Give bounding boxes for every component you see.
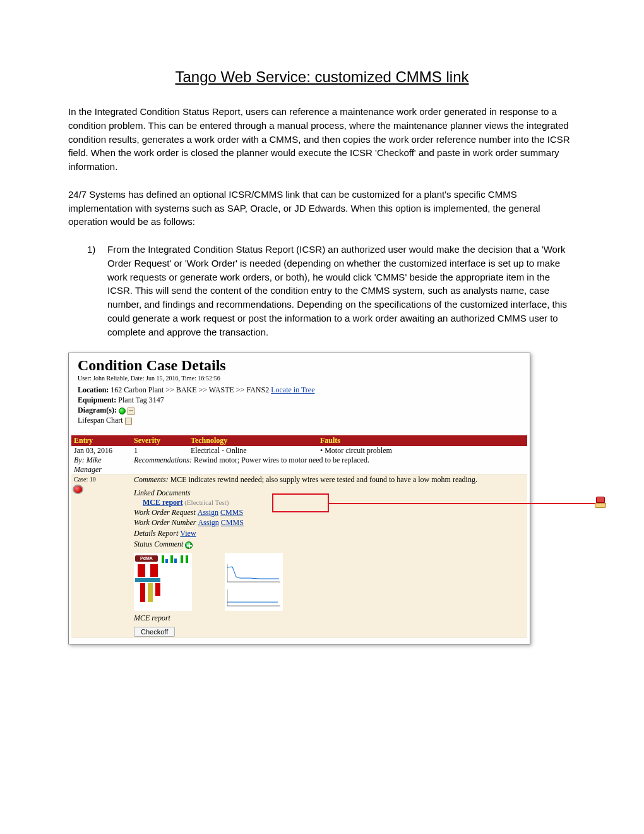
col-faults: Faults	[318, 435, 527, 446]
panel-diagrams: Diagram(s):	[78, 406, 521, 415]
work-order-number-label: Work Order Number	[134, 518, 198, 527]
diagrams-label: Diagram(s):	[78, 406, 119, 414]
cell-entry-date: Jan 03, 2016	[71, 446, 131, 456]
won-cmms-link[interactable]: CMMS	[221, 518, 244, 527]
table-row: Jan 03, 2016 1 Electrical - Online • Mot…	[71, 446, 527, 456]
severity-indicator-icon	[73, 485, 83, 494]
table-row: Case: 10 Comments: MCE indicates rewind …	[71, 475, 527, 638]
wor-assign-link[interactable]: Assign	[198, 508, 218, 517]
add-comment-icon[interactable]	[185, 541, 193, 549]
location-value: 162 Carbon Plant >> BAKE >> WASTE >> FAN…	[109, 385, 271, 394]
col-technology: Technology	[188, 435, 318, 446]
panel-title: Condition Case Details	[78, 357, 521, 374]
panel-lifespan: Lifespan Chart	[78, 416, 521, 425]
embedded-screenshot: Condition Case Details User: John Reliab…	[68, 353, 576, 644]
won-assign-link[interactable]: Assign	[198, 518, 218, 527]
step-1-text: From the Integrated Condition Status Rep…	[107, 244, 567, 337]
locate-in-tree-link[interactable]: Locate in Tree	[271, 385, 314, 394]
cell-severity: 1	[131, 446, 188, 456]
case-value: 10	[88, 476, 96, 483]
work-order-request-label: Work Order Request	[134, 508, 198, 517]
equipment-value: Plant Tag 3147	[116, 396, 164, 404]
table-row: By: Mike Manager Recommendations: Rewind…	[71, 456, 527, 475]
status-comment-label: Status Comment	[134, 540, 185, 548]
comments-label: Comments:	[134, 475, 169, 484]
case-label: Case:	[74, 476, 88, 483]
thumbnail-chart[interactable]	[225, 553, 283, 611]
diagram-dot-icon[interactable]	[119, 408, 126, 414]
lifespan-label: Lifespan Chart	[78, 416, 125, 425]
step-1-number: 1)	[87, 243, 95, 257]
details-view-link[interactable]: View	[180, 529, 196, 538]
mce-report-link[interactable]: MCE report	[143, 498, 182, 507]
checkoff-button[interactable]: Checkoff	[134, 627, 175, 637]
location-label: Location:	[78, 385, 109, 394]
cell-technology: Electrical - Online	[188, 446, 318, 456]
panel-meta: User: John Reliable, Date: Jun 15, 2016,…	[78, 375, 521, 382]
equipment-label: Equipment:	[78, 396, 116, 404]
details-report-label: Details Report	[134, 529, 180, 538]
mce-report-note: (Electrical Test)	[182, 499, 229, 506]
step-1: 1) From the Integrated Condition Status …	[68, 243, 576, 339]
col-entry: Entry	[71, 435, 131, 446]
cell-faults: • Motor circuit problem	[318, 446, 527, 456]
wor-cmms-link[interactable]: CMMS	[220, 508, 243, 517]
col-severity: Severity	[131, 435, 188, 446]
page-title: Tango Web Service: customized CMMS link	[68, 68, 576, 86]
recommendations-value: Rewind motor; Power wires to motor need …	[192, 456, 369, 464]
panel-equipment: Equipment: Plant Tag 3147	[78, 396, 521, 405]
recommendations-label: Recommendations:	[134, 456, 192, 464]
thumbnail-pdma[interactable]: PdMA	[134, 553, 192, 611]
by-label: By:	[74, 456, 85, 464]
thumbnail-label: MCE report	[134, 613, 525, 623]
entries-table: Entry Severity Technology Faults Jan 03,…	[71, 435, 527, 638]
diagram-page-icon[interactable]	[128, 408, 134, 415]
callout-marker-icon	[595, 497, 606, 509]
linked-documents-label: Linked Documents	[134, 488, 525, 498]
panel-location: Location: 162 Carbon Plant >> BAKE >> WA…	[78, 385, 521, 395]
comments-value: MCE indicates rewind needed; also supply…	[169, 475, 477, 484]
intro-paragraph-2: 24/7 Systems has defined an optional ICS…	[68, 188, 576, 229]
lifespan-chart-icon[interactable]	[125, 418, 132, 425]
intro-paragraph-1: In the Integrated Condition Status Repor…	[68, 105, 576, 174]
